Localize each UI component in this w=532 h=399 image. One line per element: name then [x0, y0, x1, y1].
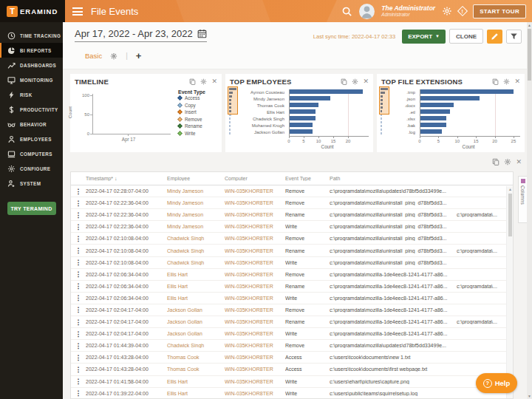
table-row[interactable]: ⋮2022-04-17 02:06:34-04:00Ellis HartWIN-… [71, 269, 513, 281]
row-menu-icon[interactable]: ⋮ [71, 318, 86, 326]
bar[interactable] [420, 109, 450, 114]
column-header-employee[interactable]: Employee [167, 176, 225, 181]
table-row[interactable]: ⋮2022-04-17 02:04:17-04:00Jackson Gollan… [71, 304, 513, 316]
main-scrollbar[interactable]: ▲ ▼ [527, 22, 532, 399]
main-scroll-thumb[interactable] [528, 29, 531, 81]
bar[interactable] [420, 129, 442, 134]
table-row[interactable]: ⋮2022-04-17 02:04:17-04:00Jackson Gollan… [71, 316, 513, 328]
table-scrollbar[interactable]: ▲ [506, 186, 513, 398]
table-row[interactable]: ⋮2022-04-17 02:10:08-04:00Chadwick Singh… [71, 257, 513, 269]
bar[interactable] [289, 116, 316, 120]
bar[interactable] [289, 89, 363, 94]
bar[interactable] [289, 123, 313, 127]
table-row[interactable]: ⋮2022-04-17 02:22:36-04:00Mindy JamesonW… [71, 221, 513, 233]
row-menu-icon[interactable]: ⋮ [71, 223, 86, 231]
column-header-path[interactable]: Path [330, 176, 457, 181]
export-button[interactable]: EXPORT▼ [402, 30, 446, 44]
gear-icon[interactable] [504, 158, 511, 166]
tab-settings-gear-icon[interactable] [110, 52, 117, 60]
copy-icon[interactable] [189, 78, 196, 85]
row-menu-icon[interactable]: ⋮ [71, 247, 86, 254]
copy-icon[interactable] [341, 78, 347, 85]
scroll-down-icon[interactable]: ▼ [527, 394, 532, 398]
bar[interactable] [289, 96, 330, 100]
row-menu-icon[interactable]: ⋮ [71, 342, 86, 349]
user-info[interactable]: The Administrator Administrator [381, 5, 435, 17]
bar[interactable] [289, 109, 316, 114]
table-row[interactable]: ⋮2022-04-17 02:06:34-04:00Ellis HartWIN-… [71, 281, 513, 293]
avatar[interactable] [359, 4, 375, 19]
copy-icon[interactable] [492, 158, 499, 166]
sidebar-item-productivity[interactable]: PRODUCTIVITY [0, 102, 63, 117]
add-tab-button[interactable]: + [136, 52, 142, 60]
gear-icon[interactable] [352, 78, 358, 85]
copy-icon[interactable] [492, 78, 499, 85]
sidebar-item-monitoring[interactable]: MONITORING [0, 72, 63, 87]
column-header-event-type[interactable]: Event Type [285, 176, 330, 181]
scroll-up-icon[interactable]: ▲ [507, 187, 514, 191]
gear-icon[interactable] [503, 78, 510, 85]
close-icon[interactable]: ✕ [363, 78, 369, 85]
table-row[interactable]: ⋮2022-04-17 02:06:34-04:00Ellis HartWIN-… [71, 293, 513, 304]
sidebar-item-configure[interactable]: CONFIGURE [0, 161, 63, 176]
tab-basic[interactable]: Basic [85, 52, 102, 60]
edit-button[interactable] [487, 30, 502, 44]
sidebar-item-behavior[interactable]: BEHAVIOR [0, 117, 63, 132]
table-row[interactable]: ⋮2022-04-17 01:39:22-04:00Ellis HartWIN-… [71, 388, 513, 399]
row-menu-icon[interactable]: ⋮ [71, 235, 86, 242]
row-menu-icon[interactable]: ⋮ [71, 389, 86, 397]
column-header-timestamp-[interactable]: Timestamp* ↓ [86, 176, 167, 181]
scroll-up-icon[interactable]: ▲ [527, 23, 532, 27]
legend-item[interactable]: Rename [178, 123, 218, 130]
legend-item[interactable]: Remove [178, 116, 218, 123]
sidebar-item-time-tracking[interactable]: TIME TRACKING [0, 28, 63, 43]
minimap-brush[interactable] [228, 86, 238, 115]
table-row[interactable]: ⋮2022-04-17 02:22:36-04:00Mindy JamesonW… [71, 197, 513, 209]
table-row[interactable]: ⋮2022-04-17 01:43:28-04:00Thomas CookWIN… [71, 364, 513, 375]
row-menu-icon[interactable]: ⋮ [71, 354, 86, 361]
gear-icon[interactable] [200, 78, 207, 85]
table-row[interactable]: ⋮2022-04-17 02:28:07-04:00Mindy JamesonW… [71, 185, 513, 197]
legend-item[interactable]: Access [178, 95, 218, 102]
row-menu-icon[interactable]: ⋮ [71, 259, 86, 266]
legend-item[interactable]: Copy [178, 102, 218, 109]
bar[interactable] [289, 129, 313, 134]
table-row[interactable]: ⋮2022-04-17 01:43:28-04:00Thomas CookWIN… [71, 352, 513, 364]
row-menu-icon[interactable]: ⋮ [71, 330, 86, 338]
row-menu-icon[interactable]: ⋮ [71, 282, 86, 290]
row-menu-icon[interactable]: ⋮ [71, 211, 86, 219]
bar[interactable] [420, 103, 454, 107]
clone-button[interactable]: CLONE [449, 29, 483, 44]
sidebar-item-dashboards[interactable]: DASHBOARDS [0, 58, 63, 72]
bar[interactable] [420, 96, 480, 100]
alert-diamond-icon[interactable]: ! [457, 6, 468, 16]
close-icon[interactable]: ✕ [514, 78, 520, 85]
table-scroll-thumb[interactable] [508, 194, 512, 236]
row-menu-icon[interactable]: ⋮ [71, 294, 86, 301]
row-menu-icon[interactable]: ⋮ [71, 366, 86, 373]
help-button[interactable]: ? Help [476, 373, 517, 393]
close-icon[interactable]: ✕ [516, 159, 522, 166]
table-row[interactable]: ⋮2022-04-17 02:10:08-04:00Chadwick Singh… [71, 245, 513, 256]
close-icon[interactable]: ✕ [211, 78, 217, 85]
calendar-icon[interactable] [197, 29, 207, 38]
row-menu-icon[interactable]: ⋮ [71, 270, 86, 278]
sidebar-item-bi-reports[interactable]: BI REPORTS [0, 43, 63, 58]
sidebar-item-risk[interactable]: RISK [0, 87, 63, 102]
sidebar-item-computers[interactable]: COMPUTERS [0, 146, 63, 161]
legend-item[interactable]: Insert [178, 109, 218, 116]
bar[interactable] [420, 89, 514, 94]
try-teramind-button[interactable]: TRY TERAMIND [7, 202, 56, 215]
settings-gear-icon[interactable] [442, 6, 452, 16]
row-menu-icon[interactable]: ⋮ [71, 188, 86, 195]
column-header-computer[interactable]: Computer [225, 176, 285, 181]
table-row[interactable]: ⋮2022-04-17 01:41:58-04:00Ellis HartWIN-… [71, 376, 513, 388]
row-menu-icon[interactable]: ⋮ [71, 200, 86, 207]
bar[interactable] [420, 123, 446, 127]
menu-icon[interactable] [72, 7, 83, 16]
legend-item[interactable]: Write [178, 130, 218, 137]
table-row[interactable]: ⋮2022-04-17 02:10:08-04:00Chadwick Singh… [71, 233, 513, 245]
bar[interactable] [289, 103, 318, 107]
sidebar-item-system[interactable]: SYSTEM [0, 176, 63, 191]
date-range-picker[interactable]: Apr 17, 2022 - Apr 23, 2022 [75, 28, 207, 42]
